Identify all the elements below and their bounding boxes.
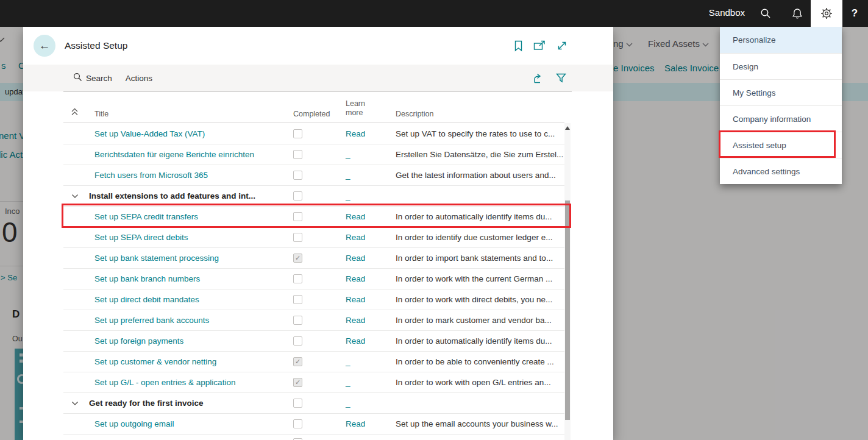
setup-title-link[interactable]: Set up outgoing email (89, 419, 293, 428)
setup-title-link[interactable]: Set up customer & vendor netting (89, 357, 293, 366)
completed-checkbox[interactable]: ✓ (293, 212, 302, 221)
setup-title-link[interactable]: Set up G/L - open entries & application (89, 378, 293, 387)
scroll-up-arrow-icon[interactable] (564, 124, 571, 132)
chevron-down-icon[interactable] (63, 339, 89, 344)
table-row[interactable]: Set up SEPA direct debits ✓ Read In orde… (63, 227, 564, 247)
chevron-down-icon[interactable] (63, 152, 89, 157)
setup-title-link[interactable]: Set up Value-Added Tax (VAT) (89, 129, 293, 138)
learn-more-link[interactable]: _ (346, 171, 396, 180)
learn-more-link[interactable]: _ (346, 150, 396, 159)
table-row[interactable]: Set up foreign payments ✓ Read In order … (63, 330, 564, 351)
table-row[interactable]: Install extensions to add features and i… (63, 185, 564, 206)
learn-more-link[interactable]: Read (346, 254, 396, 263)
setup-title-link[interactable]: Set up direct debit mandates (89, 295, 293, 304)
completed-checkbox[interactable]: ✓ (293, 357, 302, 366)
collapse-all-icon[interactable] (71, 108, 89, 118)
setup-title-link[interactable]: Set up SEPA credit transfers (89, 212, 293, 221)
settings-menu-item[interactable]: Advanced settings (720, 158, 842, 184)
search-icon[interactable] (755, 0, 777, 27)
chevron-down-icon[interactable] (63, 422, 89, 427)
column-header-completed[interactable]: Completed (293, 110, 346, 118)
settings-gear-icon[interactable] (811, 0, 842, 27)
settings-menu-item[interactable]: My Settings (720, 79, 842, 105)
help-icon[interactable]: ? (844, 0, 866, 27)
chevron-down-icon[interactable] (63, 131, 89, 136)
setup-title-link[interactable]: Set up preferred bank accounts (89, 316, 293, 325)
open-in-new-window-icon[interactable] (533, 40, 546, 51)
notifications-bell-icon[interactable] (786, 0, 808, 27)
back-button[interactable]: ← (34, 35, 55, 57)
table-row[interactable]: Set up outgoing email ✓ Read Set up the … (63, 413, 564, 434)
learn-more-link[interactable]: _ (346, 378, 396, 387)
setup-title-link[interactable]: Set up bank branch numbers (89, 274, 293, 283)
chevron-down-icon[interactable] (63, 173, 89, 178)
learn-more-link[interactable]: Read (346, 212, 396, 221)
chevron-down-icon[interactable] (63, 235, 89, 240)
setup-title-link[interactable]: Set up bank statement processing (89, 254, 293, 263)
column-header-learn-more[interactable]: Learn more (346, 99, 374, 118)
setup-title-link[interactable]: Set up SEPA direct debits (89, 233, 293, 242)
filter-icon[interactable] (556, 73, 566, 83)
setup-title-link[interactable]: Fetch users from Microsoft 365 (89, 171, 293, 180)
chevron-down-icon[interactable] (63, 277, 89, 282)
completed-checkbox[interactable]: ✓ (293, 378, 302, 387)
settings-menu-item[interactable]: Personalize (720, 27, 842, 53)
chevron-down-icon[interactable] (63, 401, 89, 406)
completed-checkbox[interactable]: ✓ (293, 233, 302, 242)
setup-title-link[interactable]: Install extensions to add features and i… (89, 191, 293, 200)
chevron-down-icon[interactable] (63, 360, 89, 364)
learn-more-link[interactable]: _ (346, 357, 396, 366)
table-row[interactable]: ✓ (63, 434, 564, 440)
completed-checkbox[interactable]: ✓ (293, 274, 302, 283)
learn-more-link[interactable]: Read (346, 129, 396, 138)
learn-more-link[interactable]: Read (346, 274, 396, 283)
learn-more-link[interactable]: Read (346, 233, 396, 242)
actions-menu-button[interactable]: Actions (126, 74, 152, 83)
completed-checkbox[interactable]: ✓ (293, 150, 302, 159)
settings-menu-item[interactable]: Design (720, 53, 842, 79)
completed-checkbox[interactable]: ✓ (293, 171, 302, 180)
chevron-down-icon[interactable] (63, 194, 89, 199)
learn-more-link[interactable]: Read (346, 295, 396, 304)
learn-more-link[interactable]: _ (346, 399, 396, 408)
table-row[interactable]: Set up bank statement processing ✓ Read … (63, 247, 564, 268)
vertical-scrollbar[interactable] (564, 123, 571, 440)
completed-checkbox[interactable]: ✓ (293, 191, 302, 200)
table-row[interactable]: Get ready for the first invoice ✓ _ (63, 392, 564, 413)
completed-checkbox[interactable]: ✓ (293, 295, 302, 304)
completed-checkbox[interactable]: ✓ (293, 129, 302, 138)
column-header-description[interactable]: Description (396, 110, 564, 118)
chevron-down-icon[interactable] (63, 380, 89, 385)
learn-more-link[interactable]: _ (346, 191, 396, 200)
search-button[interactable]: Search (73, 73, 112, 83)
learn-more-link[interactable]: Read (346, 336, 396, 346)
table-row[interactable]: Set up direct debit mandates ✓ Read In o… (63, 289, 564, 310)
column-header-title[interactable]: Title (89, 110, 293, 118)
setup-title-link[interactable]: Berichtsdaten für eigene Berichte einric… (89, 150, 293, 159)
completed-checkbox[interactable]: ✓ (293, 399, 302, 408)
completed-checkbox[interactable]: ✓ (293, 419, 302, 428)
chevron-down-icon[interactable] (63, 256, 89, 261)
settings-menu-item[interactable]: Assisted setup (720, 132, 842, 158)
table-row[interactable]: Set up bank branch numbers ✓ Read In ord… (63, 268, 564, 289)
table-row[interactable]: Set up G/L - open entries & application … (63, 372, 564, 392)
table-row[interactable]: Set up customer & vendor netting ✓ _ In … (63, 351, 564, 372)
chevron-down-icon[interactable] (63, 435, 89, 439)
setup-title-link[interactable]: Set up foreign payments (89, 336, 293, 346)
table-row[interactable]: Set up preferred bank accounts ✓ Read In… (63, 310, 564, 330)
bookmark-icon[interactable] (514, 40, 523, 52)
settings-menu-item[interactable]: Company information (720, 105, 842, 132)
expand-icon[interactable] (557, 40, 567, 51)
chevron-down-icon[interactable] (63, 215, 89, 219)
table-row[interactable]: Set up SEPA credit transfers ✓ Read In o… (63, 206, 564, 227)
table-row[interactable]: Set up Value-Added Tax (VAT) ✓ Read Set … (63, 123, 564, 144)
completed-checkbox[interactable]: ✓ (293, 316, 302, 325)
scrollbar-thumb[interactable] (565, 200, 570, 420)
completed-checkbox[interactable]: ✓ (293, 336, 302, 346)
learn-more-link[interactable]: Read (346, 419, 396, 428)
table-row[interactable]: Fetch users from Microsoft 365 ✓ _ Get t… (63, 165, 564, 185)
share-icon[interactable] (533, 73, 546, 83)
chevron-down-icon[interactable] (63, 297, 89, 302)
setup-title-link[interactable]: Get ready for the first invoice (89, 399, 293, 408)
table-row[interactable]: Berichtsdaten für eigene Berichte einric… (63, 144, 564, 165)
